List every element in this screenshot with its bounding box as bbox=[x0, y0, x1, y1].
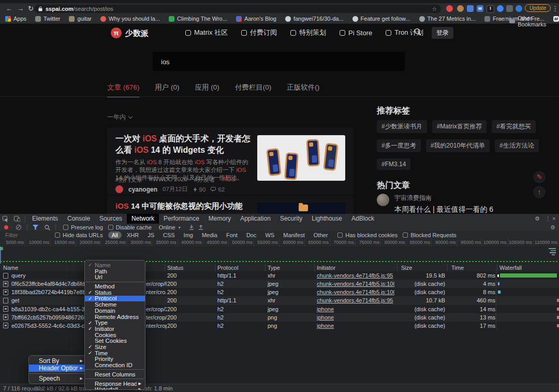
article-title[interactable]: 一次对 iOS 桌面的大手术，开发者怎么看 iOS 14 的 Widgets 变… bbox=[115, 133, 253, 156]
tag-pill[interactable]: #Matrix首页推荐 bbox=[432, 120, 487, 133]
request-row[interactable]: 0f6c523ffcbe4af84d4c7db6fdf51c09.jpg?ima… bbox=[0, 280, 559, 288]
article-tag[interactable]: #开发者 bbox=[194, 176, 215, 184]
request-type-filter[interactable]: Doc bbox=[243, 232, 260, 238]
import-har-icon[interactable] bbox=[189, 225, 194, 230]
result-tab[interactable]: 应用 (0) bbox=[195, 83, 219, 97]
column-option-item[interactable]: ✓ Name ▶ bbox=[85, 262, 145, 268]
initiator-link[interactable]: chunk-vendors.4e714fb5.js:100 bbox=[317, 289, 394, 295]
bookmark-item[interactable]: Why you should la... bbox=[100, 16, 160, 22]
record-icon[interactable] bbox=[4, 225, 8, 229]
initiator-link[interactable]: iphone bbox=[317, 323, 334, 329]
address-bar[interactable]: sspai.com /search/post/ios ☆ bbox=[34, 5, 441, 13]
bookmark-item[interactable]: Apps bbox=[5, 16, 26, 22]
devtools-tab[interactable]: Lighthouse bbox=[307, 214, 347, 224]
column-header-time[interactable]: Time bbox=[451, 264, 464, 271]
browser-menu-icon[interactable]: ⋮ bbox=[552, 3, 558, 14]
column-option-item[interactable]: ✓ Remote Address ▶ bbox=[85, 314, 145, 320]
site-search-input[interactable] bbox=[160, 52, 390, 72]
write-article-fab[interactable]: ✎ bbox=[533, 171, 546, 183]
throttling-select[interactable]: Online bbox=[159, 224, 175, 230]
devtools-settings-icon[interactable]: ⚙ bbox=[532, 215, 542, 222]
request-type-filter[interactable]: Img bbox=[180, 232, 197, 238]
request-row[interactable]: e02675d3-5552-4c6c-03d3-c899b18117b0.pr.… bbox=[0, 322, 559, 330]
extensions-puzzle-icon[interactable] bbox=[506, 5, 513, 12]
column-option-item[interactable]: ✓ Domain ▶ bbox=[85, 308, 145, 314]
context-menu-item[interactable]: ✓ Speech ▶ bbox=[29, 375, 86, 382]
network-overview[interactable] bbox=[0, 246, 559, 264]
forward-button[interactable]: → bbox=[17, 3, 24, 14]
column-header-type[interactable]: Type bbox=[268, 264, 280, 271]
article-title-2[interactable]: iOS 14 中可能被你忽视的实用小功能 bbox=[115, 201, 243, 211]
initiator-link[interactable]: iphone bbox=[317, 314, 334, 321]
time-filter-dropdown[interactable]: 一年内 bbox=[107, 113, 132, 122]
devtools-tab[interactable]: AdBlock bbox=[347, 214, 379, 224]
bookmark-item[interactable]: The 27 Metrics in... bbox=[419, 16, 476, 22]
column-option-item[interactable]: ✓ Url ▶ bbox=[85, 274, 145, 280]
request-type-filter[interactable]: Manifest bbox=[280, 232, 308, 238]
network-settings-gear-icon[interactable]: ⚙ bbox=[548, 224, 558, 231]
column-option-item[interactable]: ✓ Size ▶ bbox=[85, 344, 145, 350]
bookmark-item[interactable]: Twitter bbox=[35, 16, 60, 22]
initiator-link[interactable]: chunk-vendors.4e714fb5.js:95 bbox=[317, 272, 393, 279]
extension-icon-w[interactable]: w bbox=[477, 5, 483, 12]
like-count[interactable]: 90 bbox=[193, 186, 206, 193]
tag-pill[interactable]: #生活方法论 bbox=[495, 139, 539, 152]
column-option-item[interactable]: ✓ Priority ▶ bbox=[85, 356, 145, 362]
bookmark-star-icon[interactable]: ☆ bbox=[432, 6, 437, 12]
hot-author-name[interactable]: 宇宙浪费指南 bbox=[394, 194, 493, 202]
export-har-icon[interactable] bbox=[198, 225, 203, 230]
devtools-tab[interactable]: Network bbox=[127, 214, 159, 224]
back-to-top-fab[interactable]: ↑ bbox=[533, 186, 546, 198]
extension-icon-1[interactable] bbox=[446, 5, 453, 12]
request-type-filter[interactable]: Font bbox=[223, 232, 241, 238]
tag-pill[interactable]: #FM3.14 bbox=[377, 158, 410, 170]
article-card[interactable]: 一次对 iOS 桌面的大手术，开发者怎么看 iOS 14 的 Widgets 变… bbox=[107, 127, 354, 195]
column-header-status[interactable]: Status bbox=[167, 264, 183, 271]
column-option-item[interactable]: ✓ ▶ bbox=[85, 282, 144, 282]
column-option-item[interactable]: ✓ Initiator ▶ bbox=[85, 326, 145, 332]
nav-item[interactable]: 特别策划 bbox=[290, 28, 326, 37]
result-tab[interactable]: 用户 (0) bbox=[155, 83, 179, 97]
bookmark-item[interactable]: Climbing The Wro... bbox=[169, 16, 227, 22]
preserve-log-checkbox[interactable] bbox=[63, 225, 68, 230]
initiator-link[interactable]: iphone bbox=[317, 306, 334, 312]
login-button[interactable]: 登录 bbox=[432, 27, 453, 39]
article-tag[interactable]: #iOS bbox=[222, 176, 236, 184]
request-type-filter[interactable]: Other bbox=[310, 232, 332, 238]
inspect-element-icon[interactable] bbox=[0, 216, 11, 222]
profile-avatar[interactable] bbox=[516, 5, 522, 12]
tag-pill[interactable]: #我的2010年代清单 bbox=[426, 139, 490, 152]
bookmark-item[interactable]: guitar bbox=[69, 16, 92, 22]
devtools-tab[interactable]: Sources bbox=[95, 214, 127, 224]
column-header-waterfall[interactable]: Waterfall bbox=[499, 264, 522, 271]
comment-count[interactable]: 62 bbox=[211, 186, 225, 193]
tag-pill[interactable]: #看完就想买 bbox=[492, 120, 536, 133]
column-option-item[interactable]: ✓ Response Headers ▶ bbox=[85, 381, 145, 387]
clear-icon[interactable] bbox=[16, 225, 21, 230]
devtools-tab[interactable]: Elements bbox=[27, 214, 63, 224]
request-row[interactable]: 18f38bad2b0724b4419b7e8bae24bd6e.jpg?in.… bbox=[0, 288, 559, 296]
column-option-item[interactable]: ✓ Protocol ▶ bbox=[85, 296, 145, 302]
extension-icon-2[interactable] bbox=[457, 5, 464, 12]
column-option-item[interactable]: ✓ Waterfall ▶ bbox=[85, 387, 145, 390]
article-tag[interactable]: #WWDC 2020 bbox=[149, 176, 187, 184]
request-row[interactable]: 7bff662cb5257b09594867260cf5b7fd.png?im.… bbox=[0, 313, 559, 322]
column-option-item[interactable]: ✓ Scheme ▶ bbox=[85, 301, 145, 308]
column-option-item[interactable]: ✓ Reset Columns ▶ bbox=[85, 371, 145, 378]
request-row[interactable]: query 200 http/1.1 xhr chunk-vendors.4e7… bbox=[0, 271, 559, 280]
initiator-link[interactable]: chunk-vendors.4e714fb5.js:100 bbox=[317, 281, 394, 287]
request-type-filter[interactable]: WS bbox=[261, 232, 278, 238]
column-option-item[interactable]: ✓ Type ▶ bbox=[85, 320, 145, 326]
column-header-size[interactable]: Size bbox=[401, 264, 412, 271]
nav-item[interactable]: 付费订阅 bbox=[241, 28, 277, 37]
bookmarks-overflow-chevron[interactable]: » bbox=[499, 16, 502, 22]
tag-pill[interactable]: #少数派读书月 bbox=[377, 120, 427, 133]
other-bookmarks[interactable]: Other Bookmarks bbox=[509, 15, 559, 27]
result-tab[interactable]: 正版软件() bbox=[287, 83, 319, 97]
article-tag[interactable]: #热门文章 bbox=[115, 176, 142, 184]
column-option-item[interactable]: ✓ Path ▶ bbox=[85, 268, 145, 274]
devtools-tab[interactable]: Memory bbox=[204, 214, 236, 224]
devtools-tab[interactable]: Security bbox=[275, 214, 307, 224]
column-option-item[interactable]: ✓ Method ▶ bbox=[85, 283, 145, 289]
devtools-tab[interactable]: Application bbox=[236, 214, 275, 224]
